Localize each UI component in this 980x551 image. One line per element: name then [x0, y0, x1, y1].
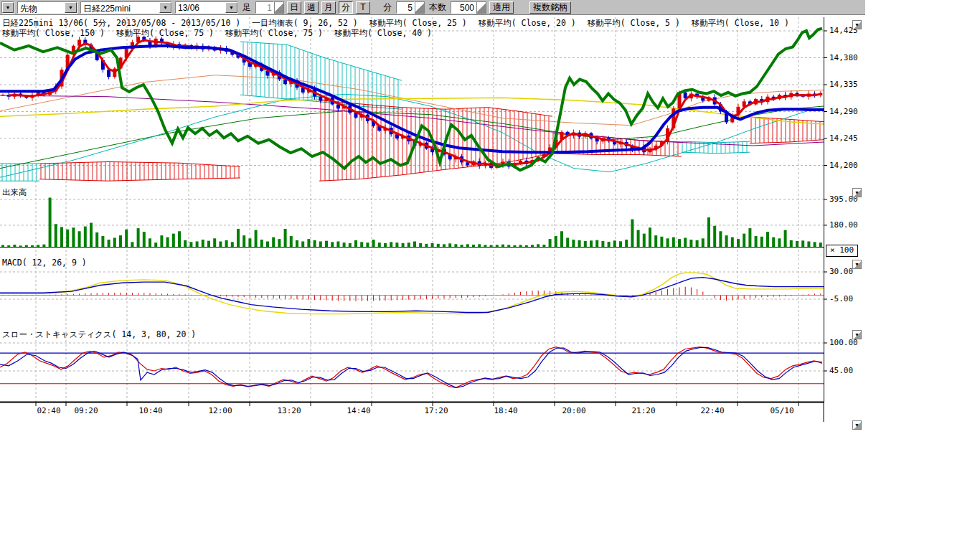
- legend-item: 移動平均( Close, 150 ): [2, 28, 105, 39]
- volume-panel-label: 出来高: [2, 187, 27, 198]
- ichimoku-cloud: [682, 141, 750, 154]
- time-axis-label: 22:40: [700, 406, 724, 415]
- time-axis-label: 10:40: [138, 406, 162, 415]
- legend-item: 移動平均( Close, 5 ): [588, 18, 680, 29]
- ichimoku-cloud: [0, 164, 39, 181]
- legend-item: 日経225mini 13/06( 5分, 2013/05/08 - 2013/0…: [2, 18, 240, 29]
- volume-multiplier-badge: × 100: [826, 245, 858, 257]
- panel-menu-button[interactable]: ▼: [852, 188, 862, 197]
- panel-menu-button[interactable]: ▼: [852, 20, 862, 29]
- y-axis-label: 180.00: [829, 220, 858, 230]
- time-axis-label: 13:20: [277, 406, 301, 415]
- legend-item: 移動平均( Close, 25 ): [369, 18, 467, 29]
- chart-application-window: ▼ 先物 ▼ 日経225mini ▼ 13/06 ▼ 足 1 日 週 月 分 T…: [0, 0, 980, 551]
- time-axis-label: 20:00: [562, 406, 585, 415]
- y-axis-label: 14,290: [829, 107, 858, 116]
- legend-row-1: 日経225mini 13/06( 5分, 2013/05/08 - 2013/0…: [2, 18, 789, 29]
- legend-item: 移動平均( Close, 20 ): [479, 18, 576, 29]
- time-axis-label: 21:20: [631, 406, 655, 415]
- legend-item: 移動平均( Close, 75 ): [225, 28, 323, 39]
- stoch-d-line: [0, 347, 822, 387]
- legend-row-2: 移動平均( Close, 150 )移動平均( Close, 75 )移動平均(…: [2, 28, 432, 39]
- panel-menu-button[interactable]: ▼: [852, 260, 862, 269]
- stochastics-panel-label: スロー・ストキャスティクス( 14, 3, 80, 20 ): [2, 329, 196, 340]
- y-axis-label: 14,245: [829, 133, 858, 143]
- panel-menu-button[interactable]: ▼: [852, 330, 862, 339]
- time-axis-label: 18:40: [494, 406, 517, 415]
- legend-item: 移動平均( Close, 75 ): [116, 28, 214, 39]
- time-axis-label: 09:20: [74, 406, 98, 415]
- time-axis-label: 17:20: [424, 406, 448, 415]
- macd-line: [0, 278, 824, 313]
- time-axis-label: 12:00: [208, 406, 232, 415]
- y-axis-label: 14,380: [829, 53, 858, 62]
- time-axis-label: 02:40: [37, 406, 60, 415]
- y-axis-label: -5.00: [829, 294, 853, 303]
- panel-menu-button[interactable]: ▼: [852, 420, 862, 430]
- legend-item: 移動平均( Close, 10 ): [692, 18, 789, 29]
- time-axis-label: 14:40: [347, 406, 370, 415]
- y-axis-label: 30.00: [829, 267, 853, 276]
- y-axis-label: 45.00: [829, 366, 853, 375]
- y-axis-label: 14,200: [829, 161, 858, 170]
- macd-panel-label: MACD( 12, 26, 9 ): [2, 258, 87, 268]
- legend-item: 一目均衡表( 9, 26, 52 ): [252, 18, 358, 29]
- macd-signal-line: [0, 273, 824, 314]
- time-axis-label: 05/10: [770, 406, 793, 415]
- legend-item: 移動平均( Close, 40 ): [334, 28, 432, 39]
- y-axis-label: 14,335: [829, 80, 858, 89]
- volume-series: [3, 197, 821, 247]
